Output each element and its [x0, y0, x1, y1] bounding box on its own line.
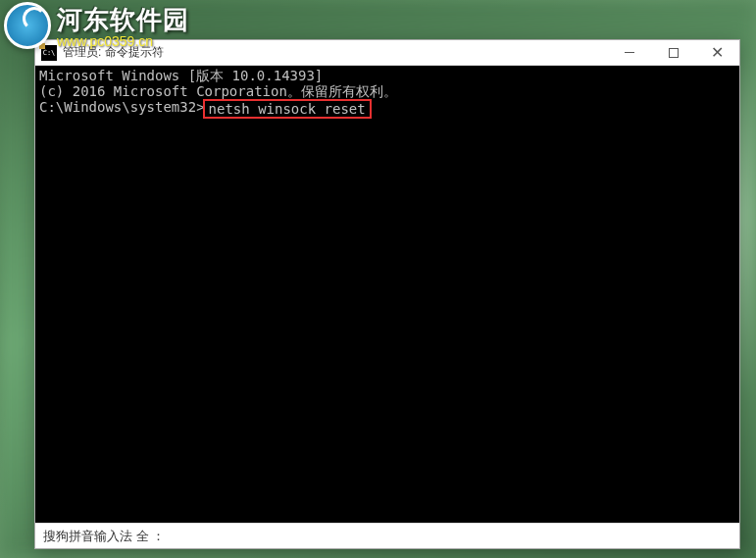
minimize-icon [625, 52, 634, 53]
console-line: Microsoft Windows [版本 10.0.14393] [39, 68, 735, 83]
console-prompt: C:\Windows\system32> [39, 99, 205, 119]
console-area[interactable]: Microsoft Windows [版本 10.0.14393] (c) 20… [35, 66, 739, 523]
maximize-button[interactable] [651, 40, 695, 65]
maximize-icon [669, 48, 679, 58]
ime-status-text: 搜狗拼音输入法 全 ： [43, 528, 165, 545]
window-controls: ✕ [607, 40, 739, 65]
minimize-button[interactable] [607, 40, 651, 65]
console-prompt-line: C:\Windows\system32>netsh winsock reset [39, 99, 735, 119]
highlighted-command: netsh winsock reset [203, 99, 372, 119]
close-button[interactable]: ✕ [695, 40, 739, 65]
close-icon: ✕ [711, 45, 724, 61]
console-line: (c) 2016 Microsoft Corporation。保留所有权利。 [39, 83, 735, 99]
command-prompt-window: 管理员: 命令提示符 ✕ Microsoft Windows [版本 10.0.… [34, 39, 740, 549]
watermark: 河东软件园 www.pc0359.cn [0, 0, 193, 51]
watermark-logo-icon [4, 2, 51, 49]
watermark-title: 河东软件园 [57, 3, 189, 37]
ime-statusbar: 搜狗拼音输入法 全 ： [35, 523, 739, 548]
